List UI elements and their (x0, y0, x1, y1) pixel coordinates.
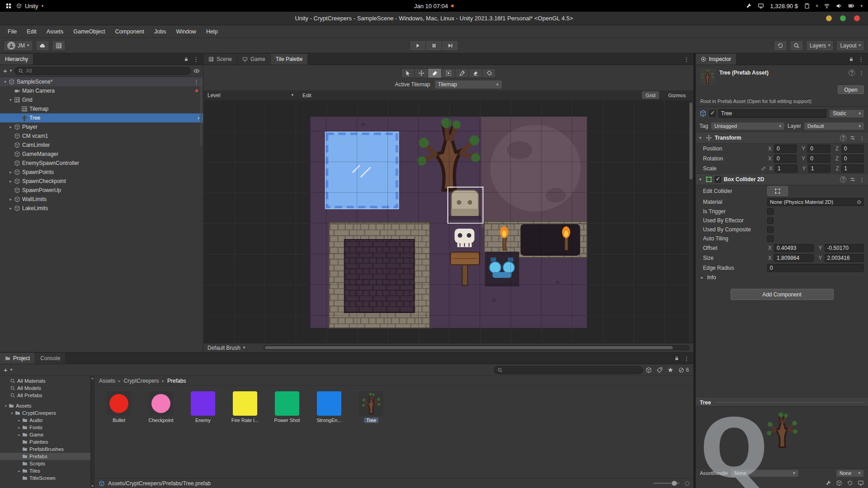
tool-eraser-button[interactable] (469, 68, 482, 78)
favorite-all-models[interactable]: All Models (0, 385, 90, 392)
collider-info-foldout[interactable]: ▸ Info (696, 273, 868, 282)
account-button[interactable]: JM ▾ (4, 40, 33, 51)
asset-enemy[interactable]: Enemy (187, 391, 219, 423)
hierarchy-item-main-camera[interactable]: Main Camera (0, 86, 203, 95)
status-package-icon[interactable] (836, 480, 842, 486)
tool-select-button[interactable] (401, 68, 415, 78)
menu-edit[interactable]: Edit (22, 25, 42, 38)
grid-snap-button[interactable] (52, 40, 66, 51)
fold-arrow-icon[interactable]: ▸ (16, 418, 22, 422)
network-icon[interactable] (824, 3, 830, 9)
presets-icon[interactable] (850, 177, 855, 182)
volume-icon[interactable] (836, 3, 842, 9)
battery-icon[interactable] (848, 3, 854, 9)
tool-picker-button[interactable] (455, 68, 469, 78)
help-icon[interactable]: ? (840, 176, 846, 183)
search-button[interactable] (790, 40, 803, 51)
tool-move-button[interactable] (415, 68, 428, 78)
fold-arrow-icon[interactable]: ▸ (7, 179, 14, 183)
context-menu-icon[interactable]: ⋮ (859, 135, 865, 141)
layout-dropdown[interactable]: Layout ▾ (836, 40, 864, 51)
asset-strong-enemy[interactable]: StrongEn... (313, 391, 345, 423)
create-button[interactable]: + (3, 67, 7, 75)
asset-package-icon[interactable] (646, 367, 652, 373)
folder-prefabbrushes[interactable]: PrefabBrushes (0, 446, 90, 453)
tab-inspector[interactable]: Inspector (696, 54, 736, 65)
tool-brush-button[interactable] (428, 68, 442, 78)
step-button[interactable] (442, 40, 458, 51)
hierarchy-item-walllimits[interactable]: ▸ WallLimits (0, 195, 203, 204)
asset-checkpoint[interactable]: Checkpoint (145, 391, 177, 423)
asset-label-icon[interactable] (656, 367, 663, 373)
brush-dropdown[interactable]: Default Brush ▾ (208, 345, 245, 351)
favorites-icon[interactable] (667, 367, 674, 373)
asset-bullet[interactable]: Bullet (103, 391, 135, 423)
folder-prefabs[interactable]: Prefabs (0, 453, 90, 460)
activities-button[interactable] (5, 3, 12, 9)
fold-arrow-icon[interactable]: ▸ (16, 426, 22, 430)
hierarchy-search-input[interactable] (26, 68, 187, 74)
hierarchy-scrollbar[interactable] (200, 78, 203, 146)
thumbnail-zoom-slider[interactable] (653, 483, 679, 484)
fold-arrow-icon[interactable]: ▾ (9, 411, 15, 415)
folder-assets[interactable]: ▾ Assets (0, 402, 90, 409)
rotation-x-field[interactable]: 0 (774, 155, 797, 163)
fold-arrow-icon[interactable]: ▸ (7, 197, 14, 202)
tools-tray-icon[interactable] (745, 3, 752, 9)
status-console-icon[interactable] (858, 480, 864, 486)
folder-cryptcreepers[interactable]: ▾ CryptCreepers (0, 409, 90, 417)
preview-header[interactable]: Tree (696, 398, 868, 407)
assetbundle-dropdown[interactable]: None ▾ (731, 469, 799, 477)
rotation-z-field[interactable]: 0 (841, 155, 864, 163)
folder-palettes[interactable]: Palettes (0, 438, 90, 446)
minimize-button[interactable] (826, 15, 832, 21)
help-icon[interactable]: ? (849, 70, 855, 76)
tab-console[interactable]: Console (35, 353, 66, 364)
create-button[interactable]: + (4, 366, 8, 374)
maximize-button[interactable] (840, 15, 846, 21)
fold-arrow-icon[interactable]: ▸ (7, 206, 14, 211)
folder-fonts[interactable]: ▸ Fonts (0, 424, 90, 431)
wallet-ticker[interactable]: 1,328.90 $ (770, 3, 797, 9)
status-activity-icon[interactable] (847, 480, 853, 486)
size-y-field[interactable]: 2.003416 (825, 254, 864, 262)
fold-arrow-icon[interactable]: ▸ (16, 433, 22, 437)
object-picker-icon[interactable]: ⊙ (857, 199, 861, 205)
panel-menu-icon[interactable]: ⋮ (858, 56, 864, 63)
fold-arrow-icon[interactable]: ▾ (7, 98, 14, 102)
preview-drag-handle[interactable] (715, 402, 864, 403)
pause-button[interactable] (426, 40, 442, 51)
tab-game[interactable]: Game (237, 54, 271, 65)
component-enabled-checkbox[interactable] (715, 176, 721, 183)
panel-menu-icon[interactable]: ⋮ (684, 56, 689, 63)
rotation-y-field[interactable]: 0 (807, 155, 830, 163)
tab-scene[interactable]: Scene (203, 54, 237, 65)
hidden-count-button[interactable]: 6 (678, 367, 689, 373)
hierarchy-scene-row[interactable]: ▾ SampleScene* ⋮ (0, 77, 203, 86)
asset-power-shot[interactable]: Power Shot (271, 391, 303, 423)
hierarchy-item-grid[interactable]: ▾ Grid (0, 95, 203, 104)
breadcrumb-assets[interactable]: Assets (99, 378, 115, 384)
edge-radius-field[interactable]: 0 (767, 264, 864, 272)
hierarchy-item-spawnpoints[interactable]: ▸ SpawnPoints (0, 168, 203, 177)
material-object-field[interactable]: None (Physics Material 2D) ⊙ (767, 198, 864, 206)
status-tools-icon[interactable] (825, 480, 831, 486)
scale-y-field[interactable]: 1 (808, 164, 831, 173)
gizmos-toggle-button[interactable]: Gizmos (665, 91, 689, 99)
tool-box-fill-button[interactable] (442, 68, 455, 78)
layer-dropdown[interactable]: Default ▾ (804, 122, 864, 130)
breadcrumb-cryptcreepers[interactable]: CryptCreepers (124, 378, 159, 384)
menu-window[interactable]: Window (171, 25, 201, 38)
hierarchy-item-tilemap[interactable]: Tilemap (0, 104, 203, 113)
menu-gameobject[interactable]: GameObject (68, 25, 110, 38)
uniform-scale-link-icon[interactable] (761, 166, 766, 171)
context-menu-icon[interactable]: ⋮ (859, 176, 865, 183)
hierarchy-item-gamemanager[interactable]: GameManager (0, 150, 203, 159)
menu-jobs[interactable]: Jobs (149, 25, 171, 38)
favorite-all-prefabs[interactable]: All Prefabs (0, 392, 90, 399)
palette-vertical-scrollbar[interactable] (689, 101, 693, 342)
is-trigger-checkbox[interactable] (767, 208, 774, 215)
active-checkbox[interactable] (709, 110, 716, 117)
hierarchy-item-spawnpowerup[interactable]: SpawnPowerUp (0, 186, 203, 195)
position-y-field[interactable]: 0 (807, 145, 830, 153)
